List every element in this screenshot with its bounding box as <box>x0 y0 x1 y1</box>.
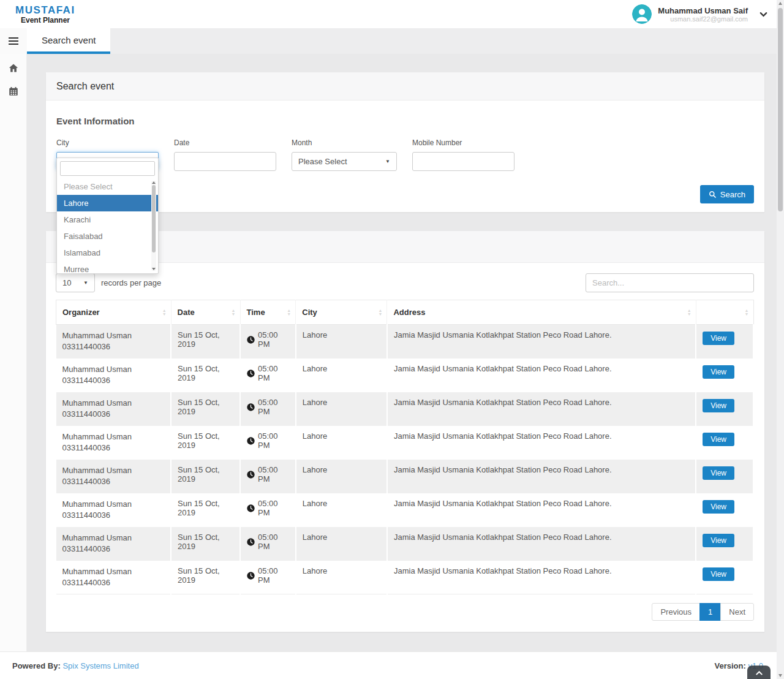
brand-logo: MUSTAFAI Event Planner <box>0 4 75 25</box>
scroll-down-icon <box>152 268 156 270</box>
date-cell: Sun 15 Oct, 2019 <box>171 460 240 493</box>
city-cell: Lahore <box>296 460 387 493</box>
hamburger-icon <box>9 40 18 42</box>
clock-icon <box>247 538 255 546</box>
view-button[interactable]: View <box>703 365 734 379</box>
sort-icon[interactable]: ▲▼ <box>162 309 167 316</box>
month-field-group: Month Please Select ▼ <box>292 138 397 171</box>
user-name: Muhammad Usman Saif <box>658 6 748 15</box>
time-cell: 05:00 PM <box>240 392 296 426</box>
city-cell: Lahore <box>296 493 387 527</box>
search-event-card: Search event Event Information City Laho… <box>46 72 764 212</box>
column-header-organizer[interactable]: Organizer▲▼ <box>56 300 172 325</box>
view-button[interactable]: View <box>703 433 734 446</box>
brand-name: MUSTAFAI <box>15 4 75 17</box>
records-per-page-label: records per page <box>101 278 161 287</box>
view-button[interactable]: View <box>703 399 734 412</box>
calendar-icon[interactable] <box>8 86 19 97</box>
date-input[interactable] <box>174 152 276 171</box>
select-arrow-icon: ▼ <box>385 159 390 164</box>
dropdown-scrollbar-thumb[interactable] <box>152 185 156 252</box>
city-dropdown-option[interactable]: Lahore <box>57 195 158 211</box>
action-cell: View <box>696 561 753 594</box>
city-dropdown-option[interactable]: Murree <box>57 261 158 274</box>
search-button[interactable]: Search <box>700 185 754 203</box>
records-per-page-value: 10 <box>62 278 71 287</box>
select-arrow-icon: ▼ <box>83 280 88 286</box>
next-page-button[interactable]: Next <box>720 603 754 621</box>
mobile-number-label: Mobile Number <box>412 138 514 147</box>
table-row: Muhammad Usman 03311440036 Sun 15 Oct, 2… <box>56 561 754 594</box>
page-1-button[interactable]: 1 <box>699 603 721 621</box>
column-header-time[interactable]: Time▲▼ <box>240 300 296 325</box>
time-cell: 05:00 PM <box>240 325 296 358</box>
month-select[interactable]: Please Select ▼ <box>292 152 397 171</box>
scroll-to-top-button[interactable] <box>747 666 771 679</box>
mobile-number-input[interactable] <box>412 152 514 171</box>
action-cell: View <box>696 426 753 460</box>
sort-icon[interactable]: ▲▼ <box>379 309 383 316</box>
time-cell: 05:00 PM <box>240 460 296 493</box>
table-row: Muhammad Usman 03311440036 Sun 15 Oct, 2… <box>56 527 754 561</box>
scrollbar-up-icon[interactable] <box>778 2 782 5</box>
records-per-page-select[interactable]: 10 ▼ <box>56 273 95 292</box>
user-email: usman.saif22@gmail.com <box>658 15 748 23</box>
column-header-actions[interactable]: ▲▼ <box>696 300 753 325</box>
page-scrollbar-thumb[interactable] <box>778 8 783 211</box>
view-button[interactable]: View <box>703 466 734 480</box>
user-menu[interactable]: Muhammad Usman Saif usman.saif22@gmail.c… <box>632 4 784 24</box>
city-dropdown-option[interactable]: Karachi <box>57 211 158 228</box>
date-cell: Sun 15 Oct, 2019 <box>171 325 240 358</box>
address-cell: Jamia Masjid Usmania Kotlakhpat Station … <box>387 460 696 493</box>
organizer-cell: Muhammad Usman 03311440036 <box>56 460 172 493</box>
user-avatar-icon <box>632 4 652 24</box>
time-cell: 05:00 PM <box>240 493 296 527</box>
column-header-city[interactable]: City▲▼ <box>296 300 387 325</box>
date-cell: Sun 15 Oct, 2019 <box>171 527 240 561</box>
city-cell: Lahore <box>296 358 387 392</box>
view-button[interactable]: View <box>703 500 734 514</box>
view-button[interactable]: View <box>703 534 734 547</box>
action-cell: View <box>696 460 753 493</box>
date-cell: Sun 15 Oct, 2019 <box>171 426 240 460</box>
chevron-down-icon[interactable] <box>759 10 768 19</box>
powered-by-label: Powered By: <box>12 661 61 670</box>
table-row: Muhammad Usman 03311440036 Sun 15 Oct, 2… <box>56 460 754 493</box>
pagination: Previous 1 Next <box>56 603 754 621</box>
clock-icon <box>247 403 255 411</box>
city-field-group: City Lahore Please SelectLahoreKarachiFa… <box>56 138 159 171</box>
city-dropdown-option[interactable]: Islamabad <box>57 245 158 261</box>
view-button[interactable]: View <box>703 567 734 581</box>
city-dropdown-option[interactable]: Please Select <box>57 178 158 195</box>
scrollbar-down-icon[interactable] <box>778 674 782 677</box>
organizer-cell: Muhammad Usman 03311440036 <box>56 358 172 392</box>
date-cell: Sun 15 Oct, 2019 <box>171 358 240 392</box>
city-dropdown-filter-input[interactable] <box>60 161 155 176</box>
powered-by-link[interactable]: Spix Systems Limited <box>62 661 138 670</box>
sort-icon[interactable]: ▲▼ <box>287 309 291 316</box>
table-search-input[interactable] <box>586 273 754 292</box>
table-row: Muhammad Usman 03311440036 Sun 15 Oct, 2… <box>56 358 754 392</box>
city-dropdown-option[interactable]: Faisalabad <box>57 228 158 245</box>
column-header-address[interactable]: Address▲▼ <box>387 300 696 325</box>
organizer-cell: Muhammad Usman 03311440036 <box>56 527 172 561</box>
sort-icon[interactable]: ▲▼ <box>745 309 749 316</box>
previous-page-button[interactable]: Previous <box>652 603 700 621</box>
page-scrollbar[interactable] <box>777 0 784 679</box>
tab-search-event[interactable]: Search event <box>27 28 110 54</box>
view-button[interactable]: View <box>703 332 734 345</box>
top-header: MUSTAFAI Event Planner Muhammad Usman Sa… <box>0 0 784 28</box>
action-cell: View <box>696 392 753 426</box>
address-cell: Jamia Masjid Usmania Kotlakhpat Station … <box>387 493 696 527</box>
sort-icon[interactable]: ▲▼ <box>687 309 692 316</box>
table-row: Muhammad Usman 03311440036 Sun 15 Oct, 2… <box>56 325 754 358</box>
sort-icon[interactable]: ▲▼ <box>232 309 236 316</box>
city-label: City <box>56 138 159 147</box>
sidebar-toggle-button[interactable] <box>0 28 27 54</box>
dropdown-scrollbar[interactable] <box>151 181 156 271</box>
home-icon[interactable] <box>8 63 19 74</box>
address-cell: Jamia Masjid Usmania Kotlakhpat Station … <box>387 325 696 358</box>
column-header-date[interactable]: Date▲▼ <box>171 300 240 325</box>
main-content: Search event Event Information City Laho… <box>27 54 784 651</box>
organizer-cell: Muhammad Usman 03311440036 <box>56 392 172 426</box>
